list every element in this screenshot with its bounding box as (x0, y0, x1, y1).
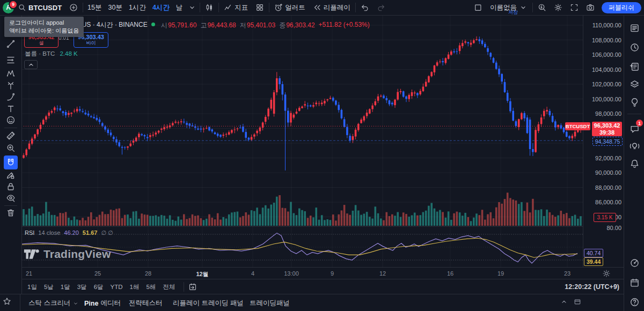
replay-label: 리플레이 (324, 3, 350, 12)
undo-button[interactable] (357, 0, 373, 15)
search-icon (18, 3, 26, 12)
alert-button[interactable]: 얼러트 (270, 0, 309, 15)
drawing-toolbar (0, 15, 22, 294)
sidebar-divider (627, 114, 641, 114)
chevron-down-icon (188, 3, 196, 12)
notification-count-badge: 9 (9, 0, 18, 9)
range-5해[interactable]: 5해 (143, 282, 158, 293)
legend-collapse-button[interactable] (24, 60, 38, 69)
range-전체[interactable]: 전체 (160, 282, 178, 293)
range-1해[interactable]: 1해 (127, 282, 142, 293)
range-5날[interactable]: 5날 (41, 282, 56, 293)
chart-legend[interactable]: erUS · 4시간 · BINANCE (76, 20, 148, 29)
redo-button[interactable] (373, 0, 389, 15)
indicators-button[interactable]: 지표 (220, 0, 252, 15)
favorites-star-icon[interactable] (3, 297, 11, 306)
time-tick-16: 16 (447, 270, 453, 277)
quick-search-button[interactable] (534, 0, 550, 15)
remove-all-icon[interactable] (4, 206, 18, 220)
clock-display[interactable]: 12:20:22 (UTC+9) (565, 283, 619, 291)
sidebar-alerts-clock-icon[interactable] (628, 41, 641, 54)
timeframe-menu-button[interactable] (186, 0, 199, 15)
axis-settings-gear-icon[interactable] (602, 269, 611, 278)
layout-select-button[interactable] (470, 0, 486, 15)
user-avatar[interactable]: A 9 (3, 2, 14, 13)
add-symbol-button[interactable] (65, 0, 82, 15)
range-1일[interactable]: 1일 (25, 282, 40, 293)
rsi-empty-values: ∅ ∅ (101, 229, 113, 236)
trend-line-icon[interactable] (4, 37, 18, 51)
volume-value-label: 3.15 K (594, 213, 616, 222)
time-tick-12월: 12월 (196, 270, 208, 278)
timeframe-15분[interactable]: 15분 (84, 0, 105, 15)
tab-트레이딩패널[interactable]: 트레이딩패널 (250, 299, 290, 308)
sidebar-watchlist-icon[interactable] (628, 21, 641, 34)
rsi-legend[interactable]: RSI 14 close 46.20 51.67 ∅ ∅ (25, 229, 113, 236)
tab-리플레이 트레이딩 패널[interactable]: 리플레이 트레이딩 패널 (173, 299, 244, 308)
range-6달[interactable]: 6달 (91, 282, 106, 293)
change-value: +511.82 (+0.53%) (319, 21, 370, 30)
volume-legend[interactable]: 볼륨 · BTC 2.48 K (25, 50, 78, 58)
tab-전략테스터[interactable]: 전략테스터 (129, 299, 163, 308)
timeframe-4시간[interactable]: 4시간 (149, 0, 173, 15)
replay-icon (313, 3, 321, 12)
zoom-in-icon[interactable] (4, 141, 18, 155)
fib-retracement-icon[interactable] (4, 53, 18, 67)
low-value: 95,401.03 (247, 21, 275, 29)
main-chart[interactable] (21, 15, 583, 279)
sidebar-idea-bulb-icon[interactable] (628, 95, 641, 108)
sidebar-chat-icon[interactable]: 1 (628, 122, 641, 135)
chart-style-button[interactable] (201, 0, 217, 15)
sidebar-calendar-icon[interactable] (628, 276, 641, 289)
range-YTD[interactable]: YTD (108, 282, 126, 292)
sidebar-help-icon[interactable] (628, 295, 641, 308)
symbol-search[interactable]: BTCUSDT (14, 0, 65, 15)
alert-price-label[interactable]: 94,348.75 (592, 137, 623, 146)
volume-legend-value: 2.48 K (60, 50, 77, 57)
redo-icon (377, 3, 385, 12)
time-axis[interactable]: 21252812월413:00912161923 (21, 267, 624, 279)
chevron-up-icon (27, 61, 35, 69)
toolbar-divider (269, 3, 269, 12)
time-tick-9: 9 (331, 270, 334, 277)
range-1달[interactable]: 1달 (58, 282, 73, 293)
indicator-templates-button[interactable] (252, 0, 268, 15)
indicators-label: 지표 (235, 3, 248, 12)
panel-restore-icon[interactable] (573, 298, 582, 308)
range-buttons: 1일5날1달3달6달YTD1해5해전체 (21, 282, 179, 293)
rsi-line-axis-label: 40.74 (584, 249, 603, 257)
price-scale[interactable]: 110,000.00108,000.00106,000.00104,000.00… (583, 15, 624, 279)
price-scale-label-88000: 88,000.00 (595, 184, 621, 191)
replay-button[interactable]: 리플레이 (309, 0, 354, 15)
last-price-value: 96,303.42 (594, 122, 620, 129)
emoji-icon[interactable] (4, 113, 18, 127)
settings-button[interactable] (550, 0, 566, 15)
hide-all-icon[interactable] (4, 191, 18, 205)
timeframe-1시간[interactable]: 1시간 (126, 0, 149, 15)
snapshot-button[interactable] (582, 0, 598, 15)
timeframe-30분[interactable]: 30분 (105, 0, 126, 15)
alert-label: 얼러트 (285, 3, 305, 12)
toolbar-divider (355, 3, 356, 12)
timeframe-group: 15분30분1시간4시간날 (84, 0, 186, 15)
sidebar-object-tree-icon[interactable] (628, 78, 641, 91)
panel-expand-chevron-icon[interactable] (560, 298, 568, 308)
publish-button[interactable]: 퍼블리쉬 (602, 2, 641, 13)
range-3달[interactable]: 3달 (75, 282, 90, 293)
toolbar-divider (218, 3, 219, 12)
rsi-name: RSI (25, 229, 34, 236)
sidebar-streams-bulb-icon[interactable] (628, 139, 641, 152)
timeframe-날[interactable]: 날 (173, 0, 186, 15)
sidebar-notifications-bell-icon[interactable] (628, 157, 641, 170)
sidebar-journal-plus-icon[interactable] (628, 60, 641, 73)
chat-badge: 1 (636, 120, 643, 127)
tab-Pine-에디터[interactable]: Pine 에디터 (84, 299, 121, 308)
sidebar-target-icon[interactable] (628, 256, 641, 269)
price-scale-label-102000: 102,000.00 (592, 81, 621, 87)
time-tick-23: 23 (564, 270, 570, 277)
open-value: 95,791.60 (168, 21, 196, 29)
fullscreen-button[interactable] (566, 0, 582, 15)
goto-date-icon[interactable] (188, 283, 197, 291)
tab-스탁 스크리너[interactable]: 스탁 스크리너 (28, 299, 79, 308)
sell-label: 셀 (39, 40, 44, 46)
